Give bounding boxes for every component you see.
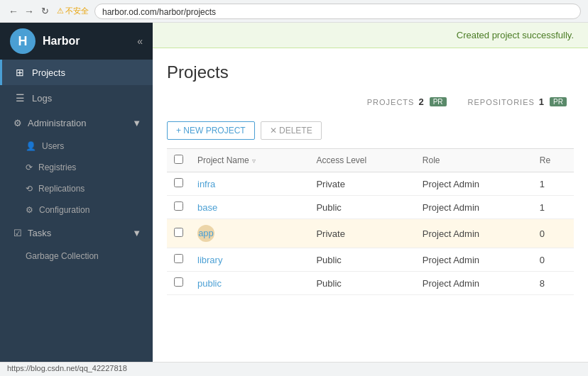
project-link-2[interactable]: app xyxy=(198,228,214,238)
table-row: public Public Project Admin 8 xyxy=(167,272,574,295)
row-checkbox-cell-1 xyxy=(167,196,190,219)
main-content: Created project successfully. Projects P… xyxy=(153,23,588,362)
harbor-logo: H xyxy=(10,28,36,54)
row-name-0: infra xyxy=(190,172,309,196)
sidebar-collapse-button[interactable]: « xyxy=(137,35,143,47)
project-link-1[interactable]: base xyxy=(197,202,217,213)
th-role: Role xyxy=(415,149,533,172)
browser-bar: ← → ↻ ⚠ 不安全 harbor.od.com/harbor/project… xyxy=(0,0,588,23)
project-link-0[interactable]: infra xyxy=(197,179,215,189)
logs-icon: ☰ xyxy=(13,92,26,104)
configuration-icon: ⚙ xyxy=(26,205,33,215)
th-repos: Re xyxy=(533,149,574,172)
project-link-4[interactable]: public xyxy=(197,278,222,289)
table-row: base Public Project Admin 1 xyxy=(167,196,574,219)
content-area: Projects PROJECTS 2 PR REPOSITORIES 1 PR… xyxy=(153,48,588,362)
row-access-1: Public xyxy=(309,196,415,219)
row-count-1: 1 xyxy=(533,196,574,219)
sidebar-item-projects[interactable]: ⊞ Projects xyxy=(0,60,153,85)
row-name-1: base xyxy=(190,196,309,219)
table-row: app Private Project Admin 0 xyxy=(167,219,574,248)
registries-icon: ⟳ xyxy=(26,162,33,172)
users-icon: 👤 xyxy=(26,141,36,151)
row-count-3: 0 xyxy=(533,248,574,272)
sidebar-item-configuration[interactable]: ⚙ Configuration xyxy=(0,199,153,221)
row-checkbox-2[interactable] xyxy=(174,228,183,237)
sidebar: H Harbor « ⊞ Projects ☰ Logs ⚙ Administr… xyxy=(0,23,153,362)
success-banner: Created project successfully. xyxy=(153,23,588,48)
tasks-expand-icon: ▼ xyxy=(132,228,141,238)
select-all-checkbox[interactable] xyxy=(174,155,183,164)
row-access-4: Public xyxy=(309,272,415,295)
row-checkbox-0[interactable] xyxy=(174,178,183,187)
sidebar-item-logs[interactable]: ☰ Logs xyxy=(0,85,153,111)
page-title: Projects xyxy=(167,62,574,82)
th-project-name: Project Name ▿ xyxy=(190,149,309,172)
security-warning: ⚠ 不安全 xyxy=(57,6,89,16)
sidebar-item-registries[interactable]: ⟳ Registries xyxy=(0,157,153,178)
app-container: H Harbor « ⊞ Projects ☰ Logs ⚙ Administr… xyxy=(0,23,588,362)
row-access-2: Private xyxy=(309,219,415,248)
row-count-4: 8 xyxy=(533,272,574,295)
row-access-0: Private xyxy=(309,172,415,196)
tasks-icon: ☑ xyxy=(13,228,22,238)
administration-icon: ⚙ xyxy=(13,118,22,128)
sidebar-item-tasks[interactable]: ☑ Tasks ▼ xyxy=(0,221,153,245)
projects-icon: ⊞ xyxy=(13,67,26,78)
row-checkbox-cell-0 xyxy=(167,172,190,196)
stats-row: PROJECTS 2 PR REPOSITORIES 1 PR xyxy=(167,96,574,107)
address-bar[interactable]: harbor.od.com/harbor/projects xyxy=(94,4,581,19)
row-role-3: Project Admin xyxy=(415,248,533,272)
stat-repositories: REPOSITORIES 1 PR xyxy=(468,96,567,107)
nav-buttons: ← → ↻ xyxy=(7,5,51,18)
replications-icon: ⟲ xyxy=(26,184,33,194)
row-name-3: library xyxy=(190,248,309,272)
row-checkbox-cell-2 xyxy=(167,219,190,248)
row-name-4: public xyxy=(190,272,309,295)
status-bar: https://blog.csdn.net/qq_42227818 xyxy=(0,362,588,376)
row-checkbox-cell-3 xyxy=(167,248,190,272)
row-count-2: 0 xyxy=(533,219,574,248)
row-checkbox-3[interactable] xyxy=(174,254,183,263)
harbor-title: Harbor xyxy=(43,35,80,48)
projects-table: Project Name ▿ Access Level Role Re infr… xyxy=(167,148,574,295)
row-count-0: 1 xyxy=(533,172,574,196)
row-role-4: Project Admin xyxy=(415,272,533,295)
sidebar-item-replications[interactable]: ⟲ Replications xyxy=(0,178,153,199)
sidebar-item-garbage-collection[interactable]: Garbage Collection xyxy=(0,245,153,267)
row-name-2: app xyxy=(190,219,309,248)
reload-button[interactable]: ↻ xyxy=(38,5,51,18)
back-button[interactable]: ← xyxy=(7,5,20,18)
project-link-3[interactable]: library xyxy=(197,255,222,265)
table-row: infra Private Project Admin 1 xyxy=(167,172,574,196)
row-checkbox-1[interactable] xyxy=(174,201,183,211)
th-access-level: Access Level xyxy=(309,149,415,172)
forward-button[interactable]: → xyxy=(23,5,36,18)
row-role-0: Project Admin xyxy=(415,172,533,196)
sidebar-item-users[interactable]: 👤 Users xyxy=(0,136,153,157)
table-header-row: Project Name ▿ Access Level Role Re xyxy=(167,149,574,172)
sidebar-item-administration[interactable]: ⚙ Administration ▼ xyxy=(0,111,153,136)
row-checkbox-4[interactable] xyxy=(174,277,183,287)
toolbar: + NEW PROJECT ✕ DELETE xyxy=(167,121,574,140)
row-role-1: Project Admin xyxy=(415,196,533,219)
sidebar-header: H Harbor « xyxy=(0,23,153,60)
row-access-3: Public xyxy=(309,248,415,272)
new-project-button[interactable]: + NEW PROJECT xyxy=(167,121,255,140)
table-row: library Public Project Admin 0 xyxy=(167,248,574,272)
sort-icon: ▿ xyxy=(252,157,256,165)
row-checkbox-cell-4 xyxy=(167,272,190,295)
delete-button[interactable]: ✕ DELETE xyxy=(261,121,322,140)
stat-projects: PROJECTS 2 PR xyxy=(367,96,447,107)
row-role-2: Project Admin xyxy=(415,219,533,248)
administration-expand-icon: ▼ xyxy=(132,118,141,128)
select-all-header xyxy=(167,149,190,172)
